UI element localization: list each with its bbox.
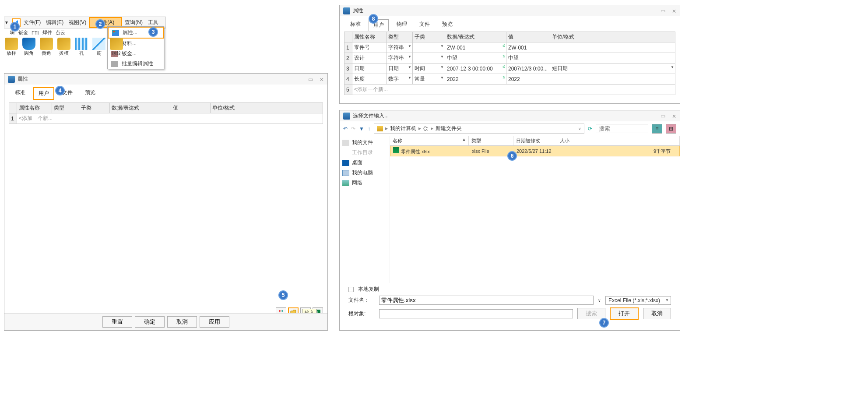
add-row-placeholder[interactable]: <添加一个新... [354, 86, 388, 92]
col-unit[interactable]: 单位/格式 [211, 103, 323, 113]
svg-point-0 [279, 310, 281, 312]
view-detail-icon[interactable]: ⊞ [666, 124, 676, 134]
close-icon[interactable]: ⨯ [320, 76, 324, 82]
folder-icon [377, 126, 383, 131]
sub-weld[interactable]: 焊件 [42, 29, 52, 36]
menu-edit[interactable]: 编辑(E) [43, 17, 66, 28]
nav-back-icon[interactable]: ↶ [343, 126, 348, 132]
panel-title: 属性 [353, 7, 363, 14]
menu-file[interactable]: 文件(F) [21, 17, 43, 28]
dialog-icon [343, 113, 350, 120]
cell-data[interactable]: ZW-001 [445, 42, 506, 53]
sub-fti[interactable]: FTI [32, 30, 39, 35]
cell-unit[interactable] [550, 53, 675, 64]
cell-sub[interactable]: 时间 [413, 64, 445, 74]
tree-network[interactable]: 网络 [342, 179, 387, 187]
search-input[interactable] [596, 124, 648, 133]
cell-unit[interactable] [550, 42, 675, 53]
tree-desktop[interactable]: 桌面 [342, 159, 387, 166]
file-tree: 我的文件 工作目录 桌面 我的电脑 网络 [340, 136, 390, 283]
doc-icon [342, 140, 349, 146]
col-name[interactable]: 名称 ▲ [390, 136, 469, 145]
view-list-icon[interactable]: ≡ [652, 124, 662, 134]
menu-dropdown-icon[interactable]: ▼ [4, 20, 10, 25]
row-num: 4 [344, 74, 352, 85]
cancel-button[interactable]: 取消 [167, 316, 197, 328]
tab-preview[interactable]: 预览 [438, 19, 457, 31]
fillet-icon[interactable] [22, 38, 35, 50]
apply-button[interactable]: 应用 [200, 316, 229, 328]
local-copy-checkbox[interactable] [348, 287, 354, 292]
callout-2: 2 [95, 19, 105, 29]
col-date[interactable]: 日期被修改 [513, 136, 557, 145]
tab-standard[interactable]: 标准 [11, 87, 30, 100]
open-button[interactable]: 打开 [610, 307, 639, 320]
file-filter-combo[interactable]: Excel File (*.xls;*.xlsx) [605, 296, 671, 305]
collapse-icon[interactable]: ▭ [661, 8, 665, 14]
cell-data[interactable]: 2007-12-3 00:00:00 [445, 64, 506, 74]
collapse-icon[interactable]: ▭ [308, 76, 313, 82]
add-row-placeholder[interactable]: <添加一个新... [19, 115, 53, 121]
cell-sub[interactable]: 常量 [413, 74, 445, 85]
draft-icon[interactable] [57, 38, 70, 50]
tab-standard[interactable]: 标准 [346, 19, 365, 31]
tree-mypc[interactable]: 我的电脑 [342, 169, 387, 176]
refresh-icon[interactable]: ⟳ [588, 126, 592, 132]
local-copy-label: 本地复制 [358, 286, 379, 293]
loft-icon[interactable] [5, 38, 18, 50]
menu-view[interactable]: 视图(V) [66, 17, 89, 28]
cell-unit[interactable] [550, 74, 675, 85]
chamfer-icon[interactable] [40, 38, 53, 50]
col-data[interactable]: 数据/表达式 [110, 103, 171, 113]
collapse-icon[interactable]: ▭ [661, 113, 665, 119]
col-size[interactable]: 大小 [557, 136, 680, 145]
panel-icon [8, 76, 15, 83]
network-icon [342, 180, 349, 186]
tree-mydocs[interactable]: 我的文件 [342, 139, 387, 146]
reset-button[interactable]: 重置 [102, 316, 132, 328]
cell-type[interactable]: 字符串 [387, 42, 413, 53]
cell-data[interactable]: 中望 [445, 53, 506, 64]
col-val[interactable]: 值 [171, 103, 211, 113]
cell-name[interactable]: 日期 [352, 64, 387, 74]
cell-type[interactable]: 字符串 [387, 53, 413, 64]
filename-input[interactable] [379, 296, 594, 305]
thread-icon[interactable] [110, 38, 123, 50]
rib-icon[interactable] [92, 38, 105, 50]
cell-sub[interactable] [413, 53, 445, 64]
col-name[interactable]: 属性名称 [17, 103, 52, 113]
properties-table-right: 属性名称 类型 子类 数据/表达式 值 单位/格式 1 零件号 字符串 ZW-0… [344, 32, 675, 95]
cell-val: 2007/12/3 0:00... [506, 64, 550, 74]
tab-physics[interactable]: 物理 [392, 19, 411, 31]
cell-name[interactable]: 长度 [352, 74, 387, 85]
tab-file[interactable]: 文件 [415, 19, 434, 31]
path-breadcrumb[interactable]: ▶ 我的计算机▶ C:▶ 新建文件夹 ∨ [374, 124, 584, 134]
col-type[interactable]: 类型 [469, 136, 513, 145]
callout-6: 6 [507, 151, 517, 161]
nav-up-icon[interactable]: ↑ [368, 126, 370, 132]
nav-down-icon[interactable]: ▼ [359, 126, 364, 132]
cell-data[interactable]: 2022 [445, 74, 506, 85]
ok-button[interactable]: 确定 [135, 316, 165, 328]
tab-user[interactable]: 用户 [33, 87, 54, 100]
close-icon[interactable]: ⨯ [672, 8, 676, 14]
callout-3: 3 [148, 27, 158, 37]
cell-type[interactable]: 数字 [387, 74, 413, 85]
close-icon[interactable]: ⨯ [672, 113, 676, 119]
col-type[interactable]: 类型 [52, 103, 79, 113]
root-input[interactable] [379, 309, 573, 318]
tab-preview[interactable]: 预览 [81, 87, 100, 100]
cell-type[interactable]: 日期 [387, 64, 413, 74]
file-row[interactable]: 零件属性.xlsx xlsx File 2022/5/27 11:12 9千字节 [390, 146, 680, 156]
dropdown-batch[interactable]: 批量编辑属性 [108, 59, 164, 69]
cancel-button[interactable]: 取消 [643, 308, 671, 319]
cell-name[interactable]: 设计 [352, 53, 387, 64]
cell-name[interactable]: 零件号 [352, 42, 387, 53]
cell-sub[interactable] [413, 42, 445, 53]
col-sub[interactable]: 子类 [79, 103, 110, 113]
hole-icon[interactable] [75, 38, 88, 50]
callout-4: 4 [55, 86, 65, 95]
sub-sheetmetal[interactable]: 钣金 [18, 29, 28, 36]
sub-pointcloud[interactable]: 点云 [56, 29, 65, 36]
cell-unit[interactable]: 短日期 [550, 64, 675, 74]
